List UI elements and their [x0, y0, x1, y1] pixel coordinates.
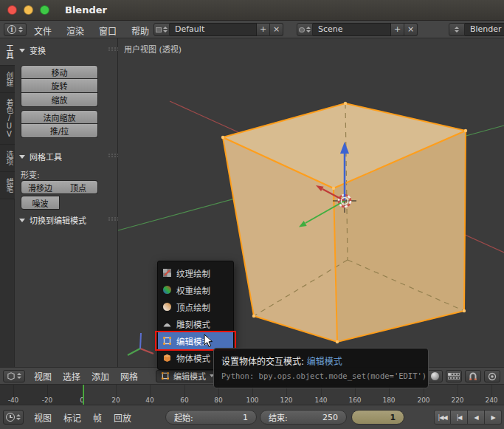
- frame-end-value: 250: [322, 413, 338, 422]
- blender-window: Blender 文件 渲染 窗口 帮助 Default + × Scene +: [0, 0, 504, 429]
- viewport-editor-type-button[interactable]: [3, 370, 25, 382]
- chevron-updown-icon: [163, 27, 168, 32]
- engine-name-field[interactable]: Blender 渲染: [465, 23, 504, 36]
- mode-menu-item-weight-paint[interactable]: 权重绘制: [158, 281, 233, 298]
- screen-layout-selector: Default + ×: [153, 23, 283, 36]
- timeline-header: 视图 标记 帧 回放 起始: 1 结束: 250 1 |◀◀ |◀ ◀ ▶: [0, 405, 504, 429]
- current-frame-playhead[interactable]: [83, 385, 84, 405]
- noise-button[interactable]: 噪波: [21, 196, 60, 210]
- transform-panel-header[interactable]: 变换: [19, 44, 46, 56]
- viewport-menu-add[interactable]: 添加: [92, 370, 109, 382]
- tab-options[interactable]: 选项: [0, 145, 15, 172]
- scale-button[interactable]: 缩放: [21, 93, 98, 107]
- mode-dropdown-label: 编辑模式: [173, 370, 206, 382]
- scene-add-button[interactable]: +: [391, 23, 404, 36]
- mode-menu-item-vertex-paint[interactable]: 顶点绘制: [158, 298, 233, 315]
- menu-help[interactable]: 帮助: [131, 24, 149, 37]
- frame-end-field[interactable]: 结束: 250: [260, 410, 347, 425]
- close-button[interactable]: [7, 5, 17, 15]
- panel-grip[interactable]: [108, 47, 110, 49]
- viewport-menu-view[interactable]: 视图: [34, 370, 52, 382]
- frame-start-field[interactable]: 起始: 1: [165, 410, 257, 425]
- menu-file[interactable]: 文件: [34, 24, 52, 37]
- layout-browse-button[interactable]: [153, 23, 170, 36]
- editor-type-3dview-icon: [7, 371, 15, 380]
- snap-button[interactable]: [465, 370, 481, 382]
- panel-grip[interactable]: [108, 154, 110, 155]
- maximize-button[interactable]: [40, 5, 49, 15]
- operator-panel-header[interactable]: 切换到编辑模式: [19, 214, 86, 226]
- panel-expand-icon: [19, 49, 25, 52]
- shrink-fatten-button[interactable]: 法向缩放: [21, 110, 98, 124]
- viewport-menu-select[interactable]: 选择: [63, 370, 80, 382]
- mode-menu-item-label: 权重绘制: [176, 284, 210, 296]
- menu-render[interactable]: 渲染: [66, 24, 84, 37]
- ruler-label: 240: [485, 397, 497, 404]
- layout-remove-button[interactable]: ×: [270, 23, 283, 36]
- translate-button[interactable]: 移动: [21, 65, 98, 79]
- tab-grease-pencil[interactable]: 蜡笔: [0, 172, 15, 199]
- tab-shading-uv[interactable]: 着色/UV: [0, 93, 15, 145]
- viewport-shading-button[interactable]: [427, 370, 443, 382]
- play-button[interactable]: ▶: [485, 410, 502, 425]
- mode-menu-item-sculpt[interactable]: 雕刻模式: [158, 315, 233, 332]
- current-frame-field[interactable]: 1: [351, 410, 404, 425]
- mode-menu-item-label: 雕刻模式: [176, 318, 210, 330]
- timeline-editor-type-button[interactable]: [3, 410, 24, 425]
- sculpt-mode-icon: [162, 319, 172, 329]
- timeline-menu-view[interactable]: 视图: [34, 411, 52, 424]
- scene-browse-button[interactable]: [297, 23, 313, 36]
- prev-keyframe-button[interactable]: |◀: [451, 410, 468, 425]
- clock-icon: [6, 413, 15, 422]
- menu-window[interactable]: 窗口: [99, 24, 117, 37]
- ruler-label: 200: [417, 397, 429, 404]
- mesh-tools-panel-header[interactable]: 网格工具: [19, 151, 62, 162]
- rotate-button[interactable]: 旋转: [21, 79, 98, 93]
- timeline-menu-playback[interactable]: 回放: [114, 411, 131, 424]
- scene-name-field[interactable]: Scene: [313, 23, 391, 36]
- ruler-label: -20: [42, 397, 53, 404]
- window-controls: [7, 5, 56, 15]
- mouse-cursor: [204, 334, 214, 349]
- tool-shelf-tabs: 工具 创建 着色/UV 选项 蜡笔: [0, 38, 15, 367]
- layers-grid-icon: [448, 373, 460, 380]
- layout-add-button[interactable]: +: [257, 23, 270, 36]
- window-title: Blender: [65, 4, 107, 16]
- panel-grip[interactable]: [108, 217, 110, 219]
- push-pull-button[interactable]: 推/拉: [21, 124, 98, 138]
- cube-mesh[interactable]: [221, 102, 467, 343]
- layers-widget[interactable]: [446, 370, 462, 382]
- info-editor-type-button[interactable]: [4, 23, 27, 36]
- mode-menu-item-label: 物体模式: [176, 352, 210, 364]
- mode-menu-item-texture-paint[interactable]: 纹理绘制: [158, 264, 233, 281]
- panel-title: 变换: [30, 44, 46, 56]
- timeline-menu-marker[interactable]: 标记: [63, 411, 81, 424]
- ruler-label: 20: [111, 397, 120, 404]
- edge-slide-button[interactable]: 滑移边: [21, 180, 60, 194]
- vertex-paint-icon: [162, 302, 172, 312]
- opengl-render-button[interactable]: [484, 370, 500, 382]
- panel-expand-icon: [19, 155, 25, 159]
- mode-menu-item-label: 顶点绘制: [176, 301, 210, 313]
- ruler-label: 80: [214, 397, 222, 404]
- mode-dropdown[interactable]: 编辑模式: [156, 370, 219, 382]
- engine-browse-button[interactable]: [449, 23, 465, 36]
- chevron-updown-icon: [455, 27, 459, 32]
- play-reverse-button[interactable]: ◀: [468, 410, 485, 425]
- scene-remove-button[interactable]: ×: [404, 23, 418, 36]
- tooltip-python: Python: bpy.ops.object.mode_set(mode='ED…: [221, 371, 421, 380]
- tab-tools[interactable]: 工具: [0, 38, 15, 66]
- layout-name-field[interactable]: Default: [170, 23, 257, 36]
- ruler-label: 140: [314, 397, 327, 404]
- jump-to-start-button[interactable]: |◀◀: [434, 410, 451, 425]
- timeline-menu-frame[interactable]: 帧: [93, 411, 102, 424]
- tab-create[interactable]: 创建: [0, 66, 15, 93]
- frame-start-value: 1: [243, 413, 248, 422]
- vertex-slide-button[interactable]: 顶点: [59, 180, 98, 194]
- panel-title: 网格工具: [30, 151, 62, 162]
- current-frame-value: 1: [390, 413, 396, 422]
- minimize-button[interactable]: [24, 5, 33, 15]
- chevron-updown-icon: [16, 414, 21, 420]
- viewport-menu-mesh[interactable]: 网格: [120, 370, 138, 382]
- tooltip-text: 设置物体的交互模式: 编辑模式: [221, 354, 421, 367]
